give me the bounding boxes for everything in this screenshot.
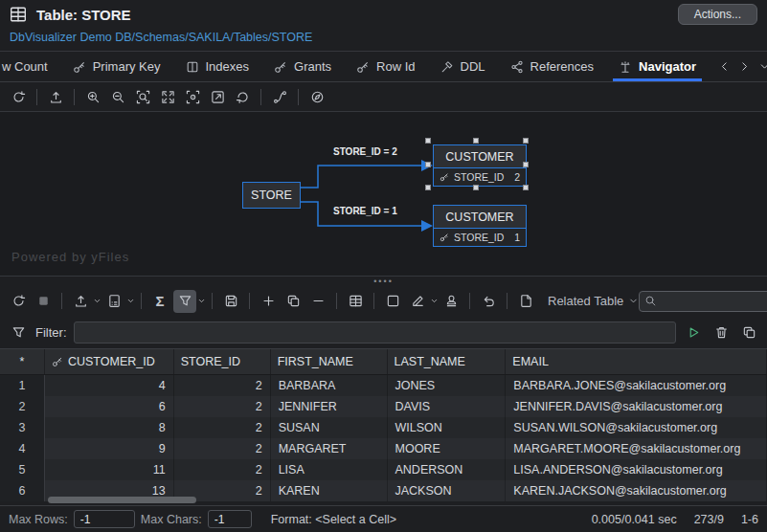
refresh-button[interactable] <box>7 290 30 313</box>
chevron-down-icon[interactable] <box>197 297 206 305</box>
tab-w-count[interactable]: w Count <box>0 52 60 81</box>
copy-icon[interactable] <box>738 322 759 344</box>
selection-handle[interactable] <box>473 185 479 190</box>
reset-layout-button[interactable] <box>231 86 254 109</box>
cell[interactable]: 4 <box>45 375 174 396</box>
cell[interactable]: LISA <box>271 459 388 480</box>
tab-ddl[interactable]: DDL <box>428 52 498 81</box>
column-header-store-id[interactable]: STORE_ID <box>174 349 271 374</box>
column-header--[interactable]: * <box>0 349 45 374</box>
cell[interactable]: JENNIFER.DAVIS@sakilacustomer.org <box>506 396 767 417</box>
file-button[interactable] <box>102 290 125 313</box>
filter-button[interactable] <box>173 290 196 313</box>
cell[interactable]: 9 <box>45 438 174 459</box>
row-number[interactable]: 4 <box>0 438 45 459</box>
cell[interactable]: JACKSON <box>388 480 507 501</box>
new-file-button[interactable] <box>514 290 537 313</box>
row-number[interactable]: 6 <box>0 480 45 501</box>
zoom-region-button[interactable] <box>131 86 154 109</box>
selection-handle[interactable] <box>425 162 431 167</box>
tab-navigator[interactable]: Navigator <box>606 52 709 81</box>
selection-handle[interactable] <box>523 138 529 144</box>
selection-handle[interactable] <box>425 138 431 144</box>
actions-button[interactable]: Actions... <box>678 4 757 25</box>
column-header-last-name[interactable]: LAST_NAME <box>388 349 507 374</box>
max-chars-input[interactable] <box>208 510 252 528</box>
tab-references[interactable]: References <box>498 52 606 81</box>
export-button[interactable] <box>44 86 67 109</box>
store-node[interactable]: STORE <box>242 182 301 209</box>
cell[interactable]: 2 <box>174 438 271 459</box>
max-rows-input[interactable] <box>74 510 135 528</box>
cell[interactable]: 2 <box>174 417 271 438</box>
export-button[interactable] <box>69 290 92 313</box>
selection-handle[interactable] <box>523 162 529 167</box>
cell[interactable]: BARBARA.JONES@sakilacustomer.org <box>506 375 767 396</box>
row-number[interactable]: 5 <box>0 459 45 480</box>
cell[interactable]: 8 <box>45 417 174 438</box>
horizontal-scrollbar[interactable] <box>48 497 196 503</box>
column-header-customer-id[interactable]: CUSTOMER_ID <box>45 349 174 374</box>
tab-primary-key[interactable]: Primary Key <box>60 52 173 81</box>
chevron-down-icon[interactable] <box>93 297 102 305</box>
stop-button[interactable] <box>32 290 55 313</box>
cell[interactable]: 2 <box>174 375 271 396</box>
cell[interactable]: ANDERSON <box>388 459 507 480</box>
search-input[interactable] <box>661 294 767 309</box>
undo-button[interactable] <box>477 290 500 313</box>
chevron-right-icon[interactable] <box>738 60 751 73</box>
sigma-button[interactable]: Σ <box>148 290 171 313</box>
cell[interactable]: MARGARET <box>271 438 388 459</box>
cell[interactable]: 6 <box>45 396 174 417</box>
zoom-out-button[interactable] <box>106 86 129 109</box>
cell[interactable]: WILSON <box>388 417 507 438</box>
copy-button[interactable] <box>282 290 305 313</box>
breadcrumb[interactable]: DbVisualizer Demo DB/Schemas/SAKILA/Tabl… <box>10 28 312 47</box>
tab-indexes[interactable]: Indexes <box>173 52 262 81</box>
cell[interactable]: 2 <box>174 396 271 417</box>
row-number[interactable]: 1 <box>0 375 45 396</box>
column-header-first-name[interactable]: FIRST_NAME <box>271 349 388 374</box>
zoom-in-button[interactable] <box>81 86 104 109</box>
cell[interactable]: KAREN <box>271 480 388 501</box>
cell[interactable]: SUSAN.WILSON@sakilacustomer.org <box>506 417 767 438</box>
rect-button[interactable] <box>381 290 404 313</box>
chevron-down-icon[interactable] <box>126 297 135 305</box>
chevron-left-icon[interactable] <box>718 60 731 73</box>
customer-node-top[interactable]: CUSTOMER STORE_ID 2 <box>433 144 527 187</box>
cell[interactable]: DAVIS <box>388 396 507 417</box>
cell[interactable]: MARGARET.MOORE@sakilacustomer.org <box>506 438 767 459</box>
cell[interactable]: 2 <box>174 459 271 480</box>
stamp-button[interactable] <box>440 290 462 313</box>
refresh-button[interactable] <box>7 86 30 109</box>
cell[interactable]: 11 <box>45 459 174 480</box>
tab-grants[interactable]: Grants <box>261 52 344 81</box>
edit-button[interactable] <box>406 290 429 313</box>
cell[interactable]: BARBARA <box>271 375 388 396</box>
fit-content-button[interactable] <box>156 86 179 109</box>
cell[interactable]: LISA.ANDERSON@sakilacustomer.org <box>506 459 767 480</box>
trash-icon[interactable] <box>711 322 732 344</box>
cell[interactable]: KAREN.JACKSON@sakilacustomer.org <box>506 480 767 501</box>
grid-button[interactable] <box>344 290 367 313</box>
cell[interactable]: JONES <box>388 375 507 396</box>
cell[interactable]: SUSAN <box>271 417 388 438</box>
save-button[interactable] <box>219 290 242 313</box>
cell[interactable]: JENNIFER <box>271 396 388 417</box>
route-button[interactable] <box>268 86 291 109</box>
compass-button[interactable] <box>305 86 328 109</box>
selection-handle[interactable] <box>425 185 431 190</box>
column-header-email[interactable]: EMAIL <box>506 349 767 374</box>
overview-button[interactable] <box>181 86 204 109</box>
cell[interactable]: MOORE <box>388 438 507 459</box>
chevron-down-icon[interactable] <box>430 297 439 305</box>
row-number[interactable]: 2 <box>0 396 45 417</box>
play-icon[interactable] <box>683 322 704 344</box>
selection-handle[interactable] <box>473 138 479 144</box>
chevron-down-icon[interactable] <box>758 60 767 73</box>
selection-handle[interactable] <box>523 185 529 190</box>
open-window-button[interactable] <box>206 86 229 109</box>
row-number[interactable]: 3 <box>0 417 45 438</box>
tab-row-id[interactable]: Row Id <box>344 52 427 81</box>
minus-button[interactable] <box>306 290 329 313</box>
